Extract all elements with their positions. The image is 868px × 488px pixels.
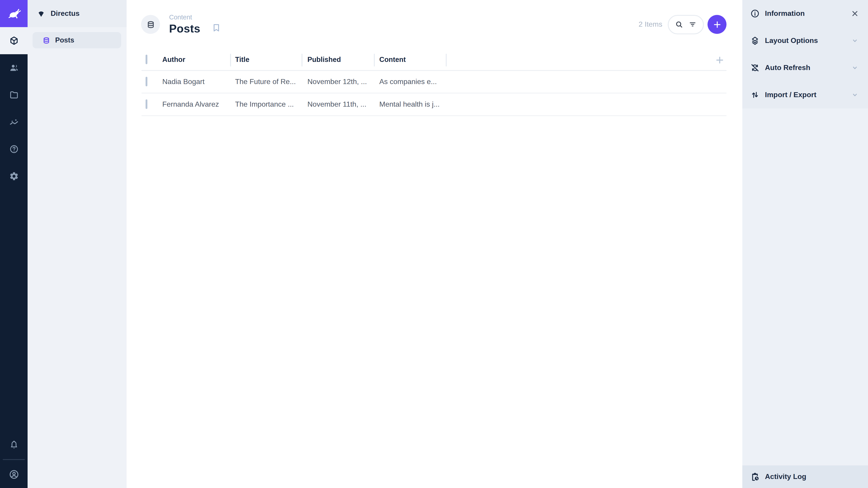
expand-section-button[interactable] <box>850 63 860 72</box>
add-item-button[interactable] <box>708 15 726 34</box>
search-icon[interactable] <box>675 20 684 29</box>
bell-icon <box>9 440 19 450</box>
table-header-row: Author Title Published Content <box>142 49 726 71</box>
page-header: Content Posts 2 Items <box>127 0 742 49</box>
table-row[interactable]: Nadia Bogart The Future of Re... Novembe… <box>142 71 726 94</box>
page-title: Posts <box>169 22 200 35</box>
section-label: Layout Options <box>765 37 845 45</box>
row-checkbox[interactable] <box>146 77 147 86</box>
fan-wedge-icon <box>37 9 46 18</box>
sidebar-item-posts[interactable]: Posts <box>33 32 121 48</box>
add-column-button[interactable] <box>715 55 725 65</box>
main-content: Content Posts 2 Items Author Title Publi… <box>127 0 742 488</box>
expand-section-button[interactable] <box>850 90 860 99</box>
search-filter-pill <box>668 15 704 34</box>
close-icon <box>850 9 860 18</box>
column-resize-handle[interactable] <box>446 54 447 66</box>
project-name: Directus <box>51 9 80 18</box>
plus-icon <box>715 55 725 65</box>
cube-icon <box>9 36 19 46</box>
database-icon <box>42 36 51 44</box>
activity-log-button[interactable]: Activity Log <box>742 465 868 488</box>
cell-published: November 12th, ... <box>307 78 379 86</box>
account-circle-icon <box>8 469 19 480</box>
help-icon <box>9 144 19 154</box>
column-header-author[interactable]: Author <box>162 56 235 64</box>
column-header-published[interactable]: Published <box>307 56 379 64</box>
bookmark-icon <box>211 22 221 33</box>
row-checkbox[interactable] <box>146 99 147 109</box>
cell-title: The Future of Re... <box>235 78 307 86</box>
rail-divider <box>3 459 25 460</box>
nav-sidebar: Directus Posts <box>28 0 127 488</box>
folder-icon <box>9 90 19 100</box>
project-chooser[interactable]: Directus <box>28 0 127 27</box>
sidebar-item-label: Posts <box>55 36 74 44</box>
notifications-button[interactable] <box>0 431 28 458</box>
chevron-down-icon <box>850 90 860 99</box>
cell-author: Fernanda Alvarez <box>162 100 235 108</box>
module-bar <box>0 0 28 488</box>
sidebar-section-import-export[interactable]: Import / Export <box>742 81 868 108</box>
right-sidebar: Information Layout Options Auto Refresh … <box>742 0 868 488</box>
people-icon <box>9 63 19 73</box>
activity-log-label: Activity Log <box>765 473 806 481</box>
bookmark-button[interactable] <box>211 22 221 33</box>
sidebar-section-layout-options[interactable]: Layout Options <box>742 27 868 54</box>
cell-author: Nadia Bogart <box>162 78 235 86</box>
section-label: Auto Refresh <box>765 64 845 72</box>
rabbit-logo-icon <box>6 6 22 21</box>
module-settings[interactable] <box>0 163 28 190</box>
items-count: 2 Items <box>639 20 662 29</box>
breadcrumb[interactable]: Content <box>169 14 200 21</box>
sidebar-section-auto-refresh[interactable]: Auto Refresh <box>742 54 868 81</box>
cell-published: November 11th, ... <box>307 100 379 108</box>
section-label: Import / Export <box>765 91 845 99</box>
expand-section-button[interactable] <box>850 36 860 45</box>
directus-app: Directus Posts Content Posts 2 Items <box>0 0 868 488</box>
column-resize-handle[interactable] <box>302 54 303 66</box>
title-block: Content Posts <box>169 14 200 35</box>
items-table: Author Title Published Content Nadia Bog… <box>142 49 726 116</box>
module-file-library[interactable] <box>0 81 28 108</box>
filter-icon[interactable] <box>688 20 697 29</box>
plus-icon <box>712 20 722 29</box>
section-label: Information <box>765 9 845 18</box>
import-export-icon <box>750 90 760 100</box>
account-button[interactable] <box>0 461 28 488</box>
cell-title: The Importance ... <box>235 100 307 108</box>
database-icon <box>146 20 155 29</box>
module-content[interactable] <box>0 27 28 54</box>
column-header-title[interactable]: Title <box>235 56 307 64</box>
layers-icon <box>750 36 760 46</box>
info-icon <box>750 8 760 19</box>
activity-log-icon <box>750 472 760 482</box>
close-sidebar-button[interactable] <box>850 9 860 18</box>
cell-content: Mental health is j... <box>379 100 726 108</box>
insights-icon <box>9 117 19 127</box>
column-resize-handle[interactable] <box>374 54 375 66</box>
cell-content: As companies e... <box>379 78 726 86</box>
column-header-content[interactable]: Content <box>379 56 726 64</box>
directus-logo[interactable] <box>0 0 28 27</box>
select-all-checkbox[interactable] <box>146 55 147 64</box>
module-documentation[interactable] <box>0 135 28 163</box>
column-resize-handle[interactable] <box>230 54 231 66</box>
module-insights[interactable] <box>0 108 28 135</box>
sidebar-section-information[interactable]: Information <box>742 0 868 27</box>
chevron-down-icon <box>850 63 860 72</box>
sync-disabled-icon <box>750 63 760 73</box>
table-row[interactable]: Fernanda Alvarez The Importance ... Nove… <box>142 94 726 116</box>
module-user-directory[interactable] <box>0 54 28 81</box>
gear-icon <box>9 171 19 181</box>
collection-icon-button[interactable] <box>141 15 160 34</box>
chevron-down-icon <box>850 36 860 45</box>
